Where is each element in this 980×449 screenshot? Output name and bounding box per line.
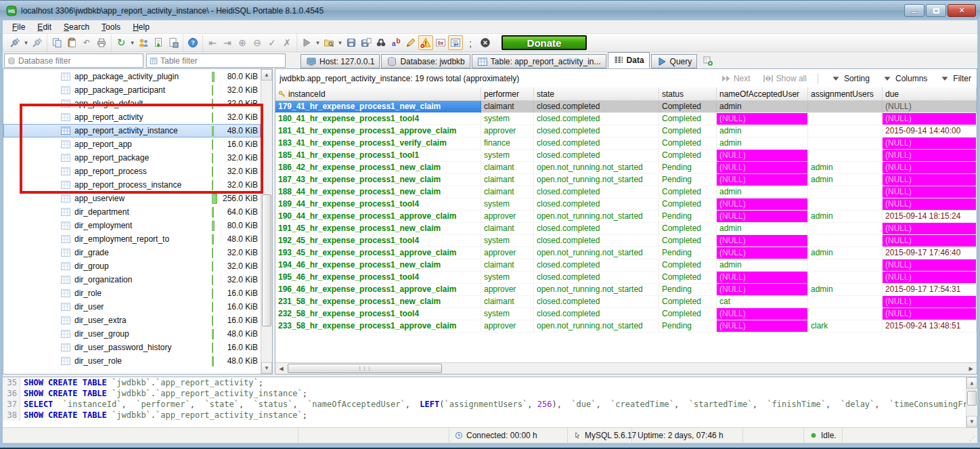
disconnect-icon[interactable] bbox=[30, 35, 45, 50]
grid-row[interactable]: 233_58_hr_expense_process1_approve_claim… bbox=[275, 320, 977, 333]
view-as-hex-icon[interactable]: 0x bbox=[433, 35, 448, 50]
grid-cell[interactable]: Pending bbox=[659, 284, 717, 296]
grid-cell[interactable]: (NULL) bbox=[717, 247, 808, 259]
cancel-editing-icon[interactable]: ✗ bbox=[280, 35, 294, 50]
menu-item-help[interactable]: Help bbox=[127, 21, 155, 33]
grid-cell[interactable]: 2015-09-24 13:48:51 bbox=[883, 320, 977, 333]
replace-text-icon[interactable]: ab bbox=[388, 35, 403, 50]
menu-item-file[interactable]: File bbox=[7, 21, 30, 33]
column-header-assignmentUsers[interactable]: assignmentUsers bbox=[808, 87, 883, 100]
grid-cell[interactable]: closed.completed bbox=[534, 186, 659, 198]
grid-cell[interactable]: (NULL) bbox=[717, 113, 808, 125]
grid-cell[interactable]: closed.completed bbox=[534, 308, 659, 320]
grid-row[interactable]: 232_58_hr_expense_process1_tool4systemcl… bbox=[275, 308, 977, 320]
grid-cell[interactable]: approver bbox=[481, 211, 534, 223]
grid-cell[interactable]: closed.completed bbox=[534, 296, 659, 308]
grid-cell[interactable]: 2015-09-14 18:15:24 bbox=[883, 211, 977, 223]
grid-cell[interactable]: approver bbox=[481, 284, 534, 296]
donate-button[interactable]: Donate bbox=[502, 35, 587, 50]
menu-item-search[interactable]: Search bbox=[58, 21, 95, 33]
grid-cell[interactable]: open.not_running.not_started bbox=[534, 247, 659, 259]
grid-cell[interactable]: (NULL) bbox=[883, 296, 977, 308]
grid-row[interactable]: 195_46_hr_expense_process1_tool4systemcl… bbox=[275, 272, 977, 284]
grid-cell[interactable]: admin bbox=[717, 101, 808, 113]
grid-cell[interactable]: (NULL) bbox=[717, 150, 808, 162]
grid-cell[interactable]: clark bbox=[808, 320, 883, 333]
grid-cell[interactable] bbox=[808, 296, 883, 308]
table-list-item[interactable]: dir_grade32.0 KiB bbox=[3, 246, 261, 259]
sql-vertical-scrollbar[interactable]: ▲ ▼ bbox=[966, 377, 977, 427]
grid-cell[interactable]: Completed bbox=[659, 296, 717, 308]
grid-cell[interactable]: system bbox=[481, 272, 534, 284]
tree-scrollbar-thumb[interactable] bbox=[262, 194, 271, 326]
grid-cell[interactable]: 181_41_hr_expense_process1_approve_claim bbox=[275, 125, 481, 137]
sorting-button[interactable]: Sorting bbox=[830, 73, 870, 84]
tab-database-jwdbkb[interactable]: Database: jwdbkb bbox=[381, 54, 470, 68]
grid-cell[interactable]: (NULL) bbox=[883, 186, 977, 198]
tab-host-127-0-0-1[interactable]: Host: 127.0.0.1 bbox=[300, 54, 380, 68]
grid-cell[interactable]: admin bbox=[717, 186, 808, 198]
grid-cell[interactable]: closed.completed bbox=[534, 125, 659, 137]
grid-cell[interactable]: admin bbox=[717, 125, 808, 137]
grid-row[interactable]: 190_44_hr_expense_process1_approve_claim… bbox=[275, 211, 977, 223]
grid-cell[interactable]: (NULL) bbox=[717, 174, 808, 186]
filter-button[interactable]: Filter bbox=[939, 73, 971, 84]
grid-row[interactable]: 185_41_hr_expense_process1_tool1systemcl… bbox=[275, 150, 977, 162]
grid-cell[interactable]: Completed bbox=[659, 235, 717, 247]
grid-cell[interactable]: 179_41_hr_expense_process1_new_claim bbox=[275, 101, 481, 113]
grid-cell[interactable]: 187_43_hr_expense_process1_new_claim bbox=[275, 174, 481, 186]
grid-cell[interactable]: (NULL) bbox=[717, 198, 808, 211]
grid-cell[interactable]: (NULL) bbox=[883, 101, 977, 113]
grid-row[interactable]: 187_43_hr_expense_process1_new_claimclai… bbox=[275, 174, 977, 186]
grid-cell[interactable]: system bbox=[481, 150, 534, 162]
user-manager-icon[interactable] bbox=[136, 35, 151, 50]
menu-item-edit[interactable]: Edit bbox=[32, 21, 57, 33]
table-list-item[interactable]: dir_organization32.0 KiB bbox=[3, 273, 261, 286]
grid-cell[interactable]: closed.completed bbox=[534, 150, 659, 162]
minimize-button[interactable] bbox=[904, 4, 925, 17]
grid-cell[interactable]: (NULL) bbox=[883, 308, 977, 320]
grid-cell[interactable]: Pending bbox=[659, 211, 717, 223]
post-changes-icon[interactable]: ✓ bbox=[265, 35, 280, 50]
table-list-item[interactable]: app_userview256.0 KiB bbox=[3, 192, 261, 205]
grid-cell[interactable]: 191_45_hr_expense_process1_new_claim bbox=[275, 223, 481, 235]
scroll-up-arrow-icon[interactable]: ▲ bbox=[966, 377, 977, 389]
sql-log-line[interactable]: 38SHOW CREATE TABLE `jwdbkb`.`app_report… bbox=[3, 410, 977, 421]
grid-cell[interactable]: claimant bbox=[481, 296, 534, 308]
column-header-due[interactable]: due bbox=[883, 87, 977, 100]
grid-cell[interactable]: claimant bbox=[481, 186, 534, 198]
grid-cell[interactable]: approver bbox=[481, 320, 534, 333]
grid-cell[interactable]: closed.completed bbox=[534, 113, 659, 125]
grid-cell[interactable]: 196_46_hr_expense_process1_approve_claim bbox=[275, 284, 481, 296]
grid-cell[interactable]: closed.completed bbox=[534, 137, 659, 150]
grid-row[interactable]: 191_45_hr_expense_process1_new_claimclai… bbox=[275, 223, 977, 235]
tab-query[interactable]: Query bbox=[651, 54, 698, 68]
grid-cell[interactable] bbox=[808, 198, 883, 211]
grid-row[interactable]: 192_45_hr_expense_process1_tool4systemcl… bbox=[275, 235, 977, 247]
grid-cell[interactable]: 189_44_hr_expense_process1_tool4 bbox=[275, 198, 481, 211]
refresh-icon[interactable]: ↻ bbox=[114, 35, 129, 50]
print-icon[interactable] bbox=[94, 35, 109, 50]
grid-cell[interactable]: closed.completed bbox=[534, 272, 659, 284]
grid-cell[interactable]: 194_46_hr_expense_process1_new_claim bbox=[275, 259, 481, 272]
grid-cell[interactable]: 233_58_hr_expense_process1_approve_claim bbox=[275, 320, 481, 333]
grid-cell[interactable]: system bbox=[481, 235, 534, 247]
grid-cell[interactable]: 2015-09-17 17:46:40 bbox=[883, 247, 977, 259]
columns-button[interactable]: Columns bbox=[882, 73, 927, 84]
grid-cell[interactable]: closed.completed bbox=[534, 101, 659, 113]
grid-row[interactable]: 181_41_hr_expense_process1_approve_claim… bbox=[275, 125, 977, 137]
grid-cell[interactable]: (NULL) bbox=[883, 223, 977, 235]
grid-cell[interactable] bbox=[808, 186, 883, 198]
grid-cell[interactable]: finance bbox=[481, 137, 534, 150]
grid-cell[interactable]: Completed bbox=[659, 272, 717, 284]
grid-cell[interactable]: approver bbox=[481, 125, 534, 137]
save-sql-as-icon[interactable] bbox=[359, 35, 374, 50]
grid-cell[interactable]: (NULL) bbox=[717, 308, 808, 320]
grid-cell[interactable] bbox=[808, 259, 883, 272]
save-sql-icon[interactable] bbox=[344, 35, 359, 50]
grid-cell[interactable]: Pending bbox=[659, 174, 717, 186]
grid-cell[interactable]: 232_58_hr_expense_process1_tool4 bbox=[275, 308, 481, 320]
grid-row[interactable]: 183_41_hr_expense_process1_verify_claimf… bbox=[275, 137, 977, 150]
paste-icon[interactable] bbox=[64, 35, 79, 50]
undo-icon[interactable]: ↶ bbox=[79, 35, 94, 50]
